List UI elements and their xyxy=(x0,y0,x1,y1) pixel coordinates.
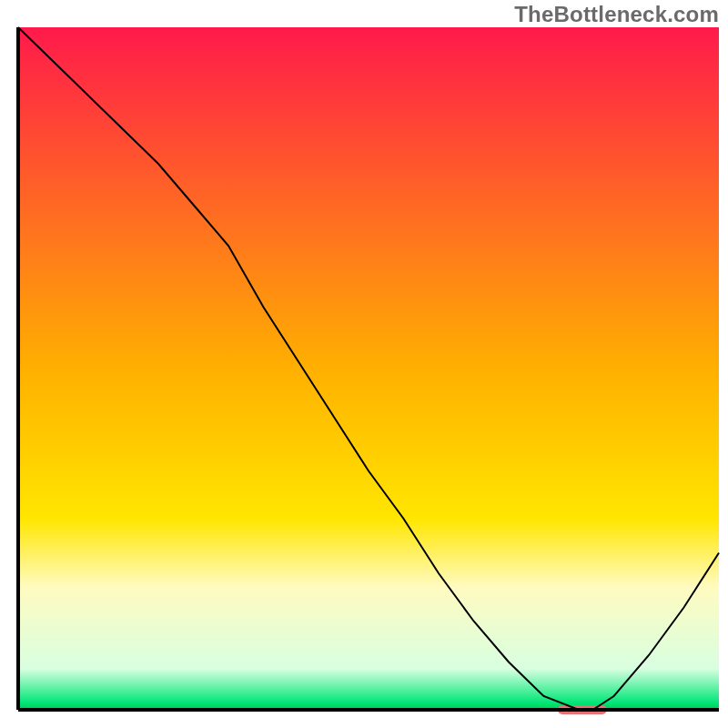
chart-container: TheBottleneck.com xyxy=(0,0,728,728)
watermark-text: TheBottleneck.com xyxy=(514,2,719,27)
bottleneck-chart xyxy=(0,0,728,728)
